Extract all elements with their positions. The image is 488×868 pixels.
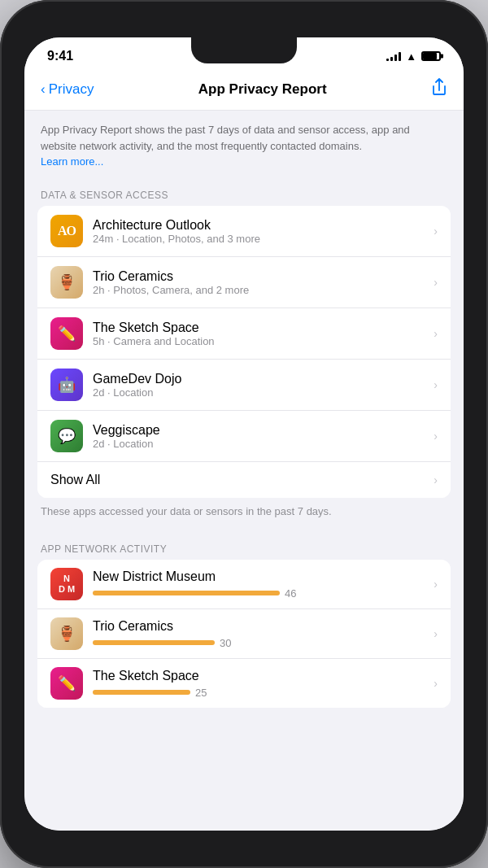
page-title: App Privacy Report xyxy=(198,81,327,98)
data-sensor-list: AO Architecture Outlook 24m · Location, … xyxy=(37,206,451,498)
chevron-right-icon: › xyxy=(434,378,438,391)
app-sub: 2d · Location xyxy=(93,438,427,450)
list-item[interactable]: 💬 Veggiscape 2d · Location › xyxy=(37,411,451,462)
chevron-left-icon: ‹ xyxy=(41,81,46,98)
chevron-right-icon: › xyxy=(434,578,438,591)
app-icon-arch: AO xyxy=(50,215,83,247)
activity-bar xyxy=(93,640,215,645)
signal-bar-2 xyxy=(390,57,393,61)
item-info: GameDev Dojo 2d · Location xyxy=(93,372,427,399)
app-name: GameDev Dojo xyxy=(93,372,427,386)
chevron-right-icon: › xyxy=(434,276,438,289)
ndm-icon: ND M xyxy=(59,574,75,595)
item-info: Trio Ceramics 2h · Photos, Camera, and 2… xyxy=(93,269,427,296)
description-text: App Privacy Report shows the past 7 days… xyxy=(41,124,410,152)
sketch-icon: ✏️ xyxy=(58,325,76,342)
battery-fill xyxy=(423,53,437,59)
wifi-icon: ▲ xyxy=(406,50,416,63)
item-info: Veggiscape 2d · Location xyxy=(93,423,427,450)
activity-count: 25 xyxy=(195,687,207,699)
signal-bar-3 xyxy=(394,55,397,61)
app-name: Trio Ceramics xyxy=(93,269,427,284)
network-info: The Sketch Space 25 xyxy=(93,669,427,699)
back-label: Privacy xyxy=(49,81,94,98)
bar-row: 25 xyxy=(93,687,427,699)
chevron-right-icon: › xyxy=(434,327,438,340)
app-icon-sketch-net: ✏️ xyxy=(50,667,83,700)
list-item[interactable]: ✏️ The Sketch Space 5h · Camera and Loca… xyxy=(37,308,451,360)
signal-bar-1 xyxy=(386,59,389,61)
chevron-right-icon: › xyxy=(434,430,438,443)
share-button[interactable] xyxy=(431,78,447,100)
network-app-name: Trio Ceramics xyxy=(93,619,427,634)
bar-row: 30 xyxy=(93,637,427,649)
signal-bar-4 xyxy=(399,52,401,61)
ao-icon: AO xyxy=(58,224,76,238)
app-name: The Sketch Space xyxy=(93,321,427,335)
signal-icon xyxy=(386,51,401,61)
app-name: Veggiscape xyxy=(93,423,427,438)
sketch-net-icon: ✏️ xyxy=(58,674,76,692)
app-icon-trio-net: 🏺 xyxy=(50,617,83,650)
nav-bar: ‹ Privacy App Privacy Report xyxy=(24,70,464,111)
app-icon-sketch: ✏️ xyxy=(50,317,83,350)
app-icon-gamedev: 🤖 xyxy=(50,369,83,401)
activity-count: 30 xyxy=(220,637,231,649)
notch xyxy=(191,37,297,63)
chevron-right-icon: › xyxy=(434,225,438,238)
list-item[interactable]: AO Architecture Outlook 24m · Location, … xyxy=(37,206,451,257)
app-icon-trio: 🏺 xyxy=(50,266,83,299)
learn-more-link[interactable]: Learn more... xyxy=(41,155,103,168)
item-info: The Sketch Space 5h · Camera and Locatio… xyxy=(93,321,427,347)
app-icon-veggiscape: 💬 xyxy=(50,420,83,452)
item-info: Architecture Outlook 24m · Location, Pho… xyxy=(93,218,427,245)
activity-bar xyxy=(93,690,190,695)
veggie-icon: 💬 xyxy=(58,427,76,445)
app-sub: 2d · Location xyxy=(93,386,427,399)
network-item[interactable]: 🏺 Trio Ceramics 30 › xyxy=(37,609,451,659)
network-info: Trio Ceramics 30 xyxy=(93,619,427,649)
status-icons: ▲ xyxy=(386,50,441,63)
activity-bar xyxy=(93,591,280,595)
list-item[interactable]: 🏺 Trio Ceramics 2h · Photos, Camera, and… xyxy=(37,257,451,308)
bar-row: 46 xyxy=(93,587,427,600)
description-block: App Privacy Report shows the past 7 days… xyxy=(24,111,464,177)
show-all-button[interactable]: Show All › xyxy=(37,462,451,498)
network-info: New District Museum 46 xyxy=(93,569,427,600)
chevron-right-icon: › xyxy=(434,627,438,640)
network-app-name: New District Museum xyxy=(93,569,427,584)
sensor-footer: These apps accessed your data or sensors… xyxy=(24,498,464,530)
chevron-right-icon: › xyxy=(434,473,438,486)
ceramics-net-icon: 🏺 xyxy=(58,625,76,643)
phone-screen: 9:41 ▲ ‹ Privacy App Privacy Report xyxy=(24,37,464,831)
app-icon-ndm: ND M xyxy=(50,568,83,600)
app-sub: 24m · Location, Photos, and 3 more xyxy=(93,233,427,245)
battery-icon xyxy=(421,51,441,61)
phone-frame: 9:41 ▲ ‹ Privacy App Privacy Report xyxy=(0,0,488,868)
bottom-spacer xyxy=(24,708,464,724)
chevron-right-icon: › xyxy=(434,677,438,690)
network-item[interactable]: ✏️ The Sketch Space 25 › xyxy=(37,659,451,708)
app-name: Architecture Outlook xyxy=(93,218,427,233)
app-sub: 2h · Photos, Camera, and 2 more xyxy=(93,284,427,296)
list-item[interactable]: 🤖 GameDev Dojo 2d · Location › xyxy=(37,360,451,411)
ceramics-icon: 🏺 xyxy=(58,273,76,291)
gamedev-icon: 🤖 xyxy=(58,376,76,394)
network-item[interactable]: ND M New District Museum 46 › xyxy=(37,560,451,609)
app-sub: 5h · Camera and Location xyxy=(93,335,427,347)
network-app-name: The Sketch Space xyxy=(93,669,427,683)
back-button[interactable]: ‹ Privacy xyxy=(41,81,94,98)
activity-count: 46 xyxy=(285,587,296,600)
network-activity-list: ND M New District Museum 46 › 🏺 xyxy=(37,560,451,708)
data-sensor-label: DATA & SENSOR ACCESS xyxy=(24,177,464,206)
status-time: 9:41 xyxy=(47,49,73,63)
show-all-label: Show All xyxy=(50,473,100,487)
content-area: App Privacy Report shows the past 7 days… xyxy=(24,111,464,831)
network-section-label: APP NETWORK ACTIVITY xyxy=(24,530,464,560)
